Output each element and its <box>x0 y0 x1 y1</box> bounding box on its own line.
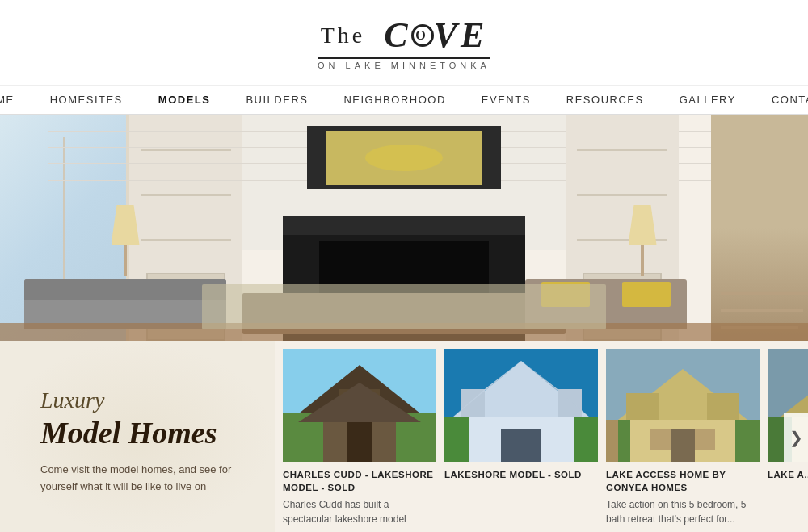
hero-scene <box>0 115 808 341</box>
site-header: The COVE ON LAKE MINNETONKA <box>0 0 808 86</box>
nav-contact[interactable]: CONTACT <box>754 86 808 114</box>
card-3-image <box>606 349 760 462</box>
model-card-3[interactable]: LAKE ACCESS HOME BY GONYEA HOMES Take ac… <box>606 349 760 526</box>
svg-rect-19 <box>626 393 659 420</box>
nav-homesites[interactable]: HOMESITES <box>32 86 141 114</box>
svg-rect-24 <box>606 420 618 462</box>
card-1-title: CHARLES CUDD - LAKESHORE MODEL - SOLD <box>283 468 436 494</box>
model-homes-label: Model Homes <box>40 415 242 450</box>
left-panel-description: Come visit the model homes, and see for … <box>40 462 242 496</box>
nav-models[interactable]: MODELS <box>141 86 229 114</box>
logo-the: The <box>321 23 366 48</box>
svg-rect-4 <box>339 389 380 413</box>
nav-resources[interactable]: RESOURCES <box>549 86 662 114</box>
svg-rect-21 <box>671 429 695 462</box>
card-2-title: LAKESHORE MODEL - SOLD <box>444 468 598 481</box>
card-4-title: LAKE A... <box>768 468 808 481</box>
card-2-image <box>444 349 598 462</box>
svg-rect-20 <box>707 393 739 420</box>
model-card-1[interactable]: CHARLES CUDD - LAKESHORE MODEL - SOLD Ch… <box>283 349 436 526</box>
svg-rect-22 <box>650 429 671 450</box>
logo-ve: VE <box>434 15 488 56</box>
logo: The COVE ON LAKE MINNETONKA <box>318 15 490 70</box>
nav-home[interactable]: HOME <box>0 86 32 114</box>
next-arrow[interactable]: ❯ <box>784 413 808 462</box>
logo-title: The COVE <box>318 15 490 59</box>
svg-rect-10 <box>501 429 541 462</box>
card-1-image <box>283 349 436 462</box>
card-1-desc: Charles Cudd has built a spectacular lak… <box>283 497 436 526</box>
logo-o-circle: O <box>411 24 434 47</box>
nav-gallery[interactable]: GALLERY <box>662 86 754 114</box>
model-cards-container: CHARLES CUDD - LAKESHORE MODEL - SOLD Ch… <box>275 341 808 532</box>
next-arrow-icon: ❯ <box>789 428 803 447</box>
bottom-section: Luxury Model Homes Come visit the model … <box>0 341 808 532</box>
svg-rect-23 <box>695 429 715 450</box>
svg-rect-5 <box>347 421 372 462</box>
main-nav: HOME HOMESITES MODELS BUILDERS NEIGHBORH… <box>0 86 808 115</box>
nav-events[interactable]: EVENTS <box>464 86 549 114</box>
nav-neighborhood[interactable]: NEIGHBORHOOD <box>326 86 463 114</box>
hero-image <box>0 115 808 341</box>
nav-builders[interactable]: BUILDERS <box>228 86 326 114</box>
card-3-desc: Take action on this 5 bedroom, 5 bath re… <box>606 497 760 526</box>
logo-cove-letter: C <box>372 15 410 56</box>
model-card-2[interactable]: LAKESHORE MODEL - SOLD <box>444 349 598 526</box>
card-3-title: LAKE ACCESS HOME BY GONYEA HOMES <box>606 468 760 494</box>
luxury-label: Luxury <box>40 387 242 413</box>
left-panel: Luxury Model Homes Come visit the model … <box>0 341 275 532</box>
logo-subtitle: ON LAKE MINNETONKA <box>318 61 490 70</box>
